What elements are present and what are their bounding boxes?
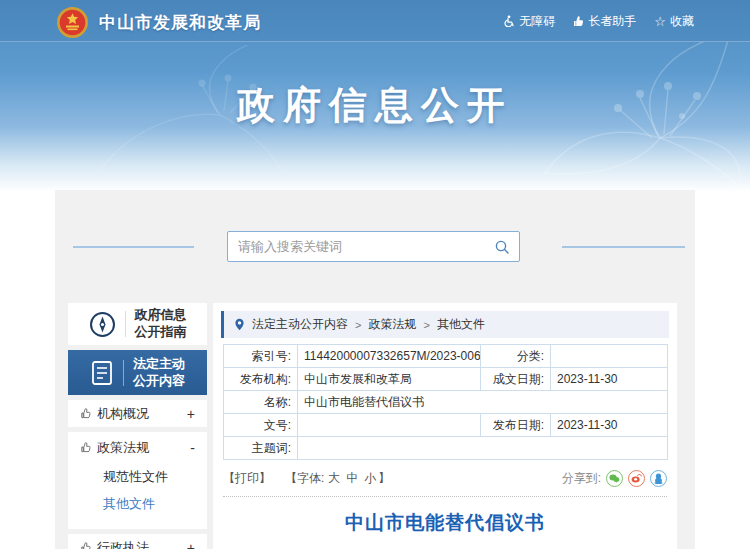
submenu-label: 其他文件 xyxy=(103,495,155,513)
compass-icon xyxy=(89,311,116,338)
page: 中山市发展和改革局 无障碍 长者助手 xyxy=(0,0,750,549)
category-label: 分类: xyxy=(481,345,551,368)
share-label: 分享到: xyxy=(562,470,601,487)
expand-icon[interactable]: + xyxy=(187,406,195,422)
sidebar-item-guide[interactable]: 政府信息 公开指南 xyxy=(68,303,207,345)
publish-date-value: 2023-11-30 xyxy=(551,414,668,437)
search-box xyxy=(227,231,520,262)
search-decor-line-right xyxy=(562,246,685,248)
article-title: 中山市电能替代倡议书 xyxy=(213,510,677,536)
weibo-share-button[interactable] xyxy=(628,470,645,487)
index-number-label: 索引号: xyxy=(224,345,298,368)
search-input[interactable] xyxy=(228,232,485,261)
sidebar-statutory-label: 法定主动 公开内容 xyxy=(133,356,185,390)
sidebar-item-other-documents[interactable]: 其他文件 xyxy=(68,490,207,517)
breadcrumb-item-other-documents[interactable]: 其他文件 xyxy=(437,316,485,333)
divider xyxy=(123,360,124,386)
qq-share-button[interactable] xyxy=(650,470,667,487)
sidebar-item-organization[interactable]: 机构概况 + xyxy=(68,400,207,427)
main-panel: 法定主动公开内容 > 政策法规 > 其他文件 索引号: 114420000073… xyxy=(213,303,677,549)
weibo-icon xyxy=(631,473,642,483)
font-large-button[interactable]: 大 xyxy=(328,470,340,487)
toolbar: 【打印】 【字体: 大 中 小 】 分享到: xyxy=(223,468,667,488)
thumb-icon xyxy=(81,408,91,419)
top-bar: 中山市发展和改革局 无障碍 长者助手 xyxy=(0,0,750,42)
hero-banner: 中山市发展和改革局 无障碍 长者助手 xyxy=(0,0,750,192)
font-size-prefix: 【字体: xyxy=(285,470,324,487)
breadcrumb-separator: > xyxy=(423,319,429,331)
name-label: 名称: xyxy=(224,391,298,414)
name-value: 中山市电能替代倡议书 xyxy=(298,391,668,414)
agency-name: 中山市发展和改革局 xyxy=(99,11,261,34)
share-controls: 分享到: xyxy=(562,470,667,487)
sidebar-item-normative-documents[interactable]: 规范性文件 xyxy=(68,463,207,490)
national-emblem-logo xyxy=(56,6,89,39)
table-row: 索引号: 11442000007332657M/2023-00662 分类: xyxy=(224,345,668,368)
top-links: 无障碍 长者助手 ☆ 收藏 xyxy=(503,0,694,42)
breadcrumb: 法定主动公开内容 > 政策法规 > 其他文件 xyxy=(221,311,669,338)
elder-assistant-link[interactable]: 长者助手 xyxy=(573,13,636,30)
divider xyxy=(125,311,126,337)
wheelchair-icon xyxy=(503,15,515,27)
favorite-link[interactable]: ☆ 收藏 xyxy=(654,13,694,30)
font-size-suffix: 】 xyxy=(378,470,390,487)
expand-icon[interactable]: + xyxy=(187,540,195,549)
document-icon xyxy=(90,360,114,386)
menu-label: 机构概况 xyxy=(97,405,149,423)
search-icon xyxy=(494,239,510,255)
elder-assistant-label: 长者助手 xyxy=(588,13,636,30)
table-row: 主题词: xyxy=(224,437,668,460)
keywords-label: 主题词: xyxy=(224,437,298,460)
accessibility-link[interactable]: 无障碍 xyxy=(503,13,555,30)
collapse-icon[interactable]: - xyxy=(190,440,195,456)
wechat-share-button[interactable] xyxy=(606,470,623,487)
doc-number-value xyxy=(298,414,481,437)
search-button[interactable] xyxy=(485,232,519,261)
sidebar-menu-enforcement: 行政执法 + xyxy=(68,534,207,549)
thumb-icon xyxy=(81,442,91,453)
qq-penguin-icon xyxy=(654,473,663,484)
table-row: 名称: 中山市电能替代倡议书 xyxy=(224,391,668,414)
written-date-value: 2023-11-30 xyxy=(551,368,668,391)
sidebar: 政府信息 公开指南 法定主动 公开内容 xyxy=(68,303,207,549)
breadcrumb-separator: > xyxy=(355,319,361,331)
sidebar-menu-policies: 政策法规 - 规范性文件 其他文件 xyxy=(68,432,207,529)
publisher-label: 发布机构: xyxy=(224,368,298,391)
table-row: 发布机构: 中山市发展和改革局 成文日期: 2023-11-30 xyxy=(224,368,668,391)
star-icon: ☆ xyxy=(654,15,666,28)
wechat-icon xyxy=(609,474,620,483)
site-brand[interactable]: 中山市发展和改革局 xyxy=(56,5,261,39)
sidebar-guide-label: 政府信息 公开指南 xyxy=(135,307,187,341)
sidebar-item-enforcement[interactable]: 行政执法 + xyxy=(68,534,207,549)
submenu-label: 规范性文件 xyxy=(103,468,168,486)
keywords-value xyxy=(298,437,668,460)
menu-label: 政策法规 xyxy=(97,439,149,457)
search-decor-line-left xyxy=(73,246,194,248)
print-button[interactable]: 【打印】 xyxy=(223,470,271,487)
sidebar-item-policies[interactable]: 政策法规 - xyxy=(68,432,207,463)
accessibility-label: 无障碍 xyxy=(519,13,555,30)
content-card: 政府信息 公开指南 法定主动 公开内容 xyxy=(55,190,695,549)
page-title: 政府信息公开 xyxy=(0,80,750,131)
written-date-label: 成文日期: xyxy=(481,368,551,391)
breadcrumb-item-policies[interactable]: 政策法规 xyxy=(368,316,416,333)
thumb-icon xyxy=(81,542,91,549)
breadcrumb-item-statutory[interactable]: 法定主动公开内容 xyxy=(252,316,348,333)
publish-date-label: 发布日期: xyxy=(481,414,551,437)
publisher-value: 中山市发展和改革局 xyxy=(298,368,481,391)
doc-number-label: 文号: xyxy=(224,414,298,437)
table-row: 文号: 发布日期: 2023-11-30 xyxy=(224,414,668,437)
font-size-controls: 大 中 小 xyxy=(328,470,376,487)
sidebar-menu-organization: 机构概况 + xyxy=(68,400,207,427)
sidebar-item-statutory-disclosure[interactable]: 法定主动 公开内容 xyxy=(68,350,207,395)
favorite-label: 收藏 xyxy=(670,13,694,30)
divider xyxy=(223,496,667,497)
hand-icon xyxy=(573,15,584,27)
menu-label: 行政执法 xyxy=(97,539,149,549)
index-number-value: 11442000007332657M/2023-00662 xyxy=(298,345,481,368)
document-info-table: 索引号: 11442000007332657M/2023-00662 分类: 发… xyxy=(223,344,668,460)
location-pin-icon xyxy=(234,318,245,331)
font-medium-button[interactable]: 中 xyxy=(346,470,358,487)
category-value xyxy=(551,345,668,368)
font-small-button[interactable]: 小 xyxy=(364,470,376,487)
